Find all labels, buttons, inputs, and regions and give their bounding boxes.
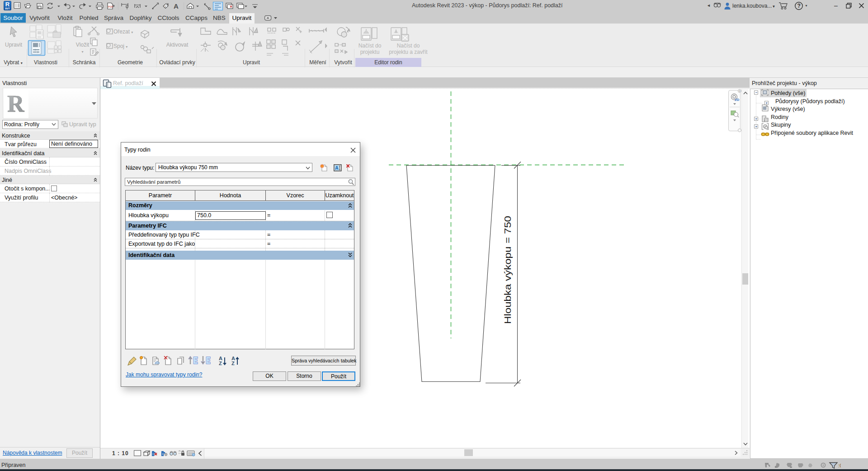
svg-text::0: :0 — [838, 463, 841, 468]
svg-text:Hloubka výkopu = 750: Hloubka výkopu = 750 — [503, 216, 513, 324]
svg-text:R: R — [7, 91, 25, 117]
svg-text:A: A — [335, 165, 339, 171]
svg-text:A: A — [174, 2, 179, 10]
svg-text:?: ? — [797, 3, 801, 9]
svg-text:Z: Z — [231, 361, 235, 366]
svg-text:2D: 2D — [735, 98, 739, 102]
svg-text:Z: Z — [219, 361, 222, 366]
